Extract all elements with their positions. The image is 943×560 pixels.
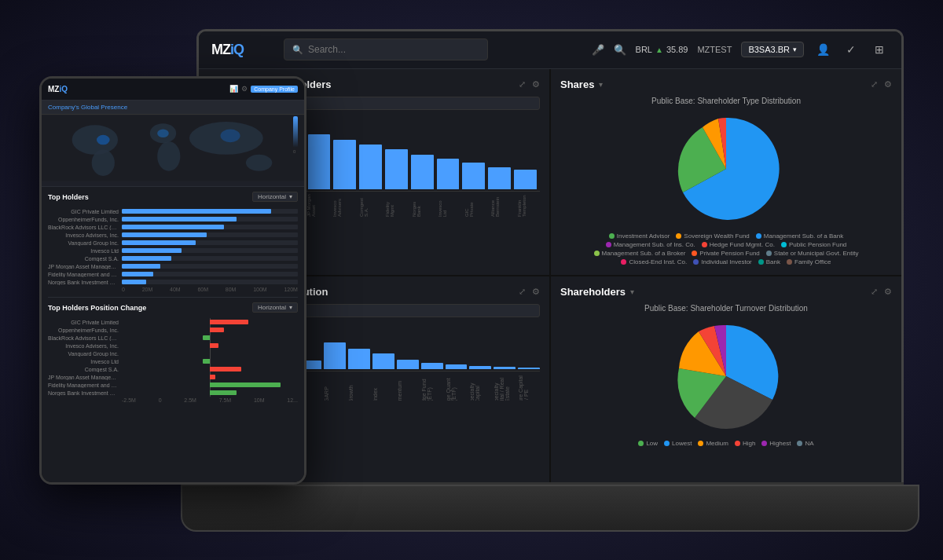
pos-bar-inv: Invesco Advisers, Inc. bbox=[48, 343, 298, 349]
tablet-position-dropdown[interactable]: Horizontal ▾ bbox=[252, 302, 298, 313]
bar-7 bbox=[385, 149, 408, 188]
legend-dot-mgmt-bank bbox=[756, 233, 761, 239]
shareholders-expand-icon[interactable]: ⤢ bbox=[871, 287, 878, 297]
x-label-12: Franklin Templeton bbox=[517, 193, 540, 217]
tablet-x-40: 40M bbox=[170, 287, 181, 292]
pos-label-br: BlackRock Advisors LLC (BG) bbox=[48, 335, 119, 341]
tablet-logo: MZiQ bbox=[48, 85, 68, 93]
tablet-holders-dropdown-label: Horizontal bbox=[258, 193, 286, 200]
pos-label-nor: Norges Bank Investment Managem. bbox=[48, 390, 119, 396]
shares-settings-icon[interactable]: ⚙ bbox=[884, 79, 892, 90]
h-label-comgest: Comgest S.A. bbox=[48, 256, 119, 262]
h-track-gic bbox=[122, 209, 298, 214]
legend-low: Low bbox=[638, 440, 658, 447]
pos-track-com bbox=[122, 367, 298, 372]
legend-high: High bbox=[735, 440, 755, 447]
pos-x-0: 0 bbox=[159, 397, 162, 403]
legend-dot-private-pension bbox=[692, 251, 697, 256]
legend-na: NA bbox=[797, 440, 813, 447]
h-bar-invesco: Invesco Advisers, Inc. bbox=[48, 232, 298, 238]
pos-track-invltd bbox=[122, 359, 298, 364]
h-bar-fidelity: Fidelity Management and Research... bbox=[48, 272, 298, 277]
legend-dot-na bbox=[797, 441, 802, 446]
style-bar-9 bbox=[421, 363, 443, 369]
pos-label-fid: Fidelity Management and Research... bbox=[48, 382, 119, 388]
profile-icon[interactable]: 👤 bbox=[813, 40, 832, 59]
settings-icon[interactable]: ⚙ bbox=[532, 79, 540, 90]
pos-track-fid bbox=[122, 382, 298, 387]
shares-panel: Shares ▾ ⤢ ⚙ Public Base: Shareholder Ty… bbox=[551, 69, 901, 275]
tablet-position-change-section: Top Holders Position Change Horizontal ▾… bbox=[48, 302, 298, 403]
h-fill-invesco bbox=[122, 232, 207, 237]
tablet-horiz-bars: GIC Private Limited OppenheimerFunds, In… bbox=[48, 209, 298, 285]
x-label-7: Fidelity Mgmt bbox=[385, 193, 409, 217]
map-title: Company's Global Presence bbox=[48, 104, 127, 111]
world-map-svg bbox=[42, 115, 304, 181]
tablet-icon-1[interactable]: 📊 bbox=[229, 85, 238, 93]
ticker-badge[interactable]: B3SA3.BR ▾ bbox=[741, 42, 804, 57]
h-bar-brock: BlackRock Advisors LLC (BG) bbox=[48, 225, 298, 230]
shares-expand-icon[interactable]: ⤢ bbox=[871, 79, 878, 90]
h-fill-brock bbox=[122, 225, 224, 229]
checkmark-icon[interactable]: ✓ bbox=[842, 40, 860, 59]
legend-dot-medium bbox=[698, 441, 703, 446]
legend-state: State or Municipal Govt. Entity bbox=[766, 250, 859, 257]
h-label-norges: Norges Bank Investment Managem. bbox=[48, 280, 119, 285]
pos-x-75: 7.5M bbox=[219, 397, 232, 403]
style-bar-11 bbox=[469, 366, 491, 369]
mztest-label: MZTEST bbox=[697, 45, 732, 54]
top-holders-controls: ⤢ ⚙ bbox=[519, 79, 540, 90]
search-nav-icon[interactable]: 🔍 bbox=[614, 44, 626, 56]
pos-bar-com: Comgest S.A. bbox=[48, 367, 298, 372]
h-bar-norges: Norges Bank Investment Managem. bbox=[48, 280, 298, 285]
pos-fill-gic bbox=[210, 320, 248, 324]
h-track-invescoltd bbox=[122, 248, 298, 253]
legend-label-private-pension: Private Pension Fund bbox=[699, 250, 760, 257]
pos-bar-fid: Fidelity Management and Research... bbox=[48, 382, 298, 388]
h-bar-gic: GIC Private Limited bbox=[48, 209, 298, 214]
tablet-holders-dropdown[interactable]: Horizontal ▾ bbox=[252, 192, 298, 202]
legend-label-highest: Highest bbox=[769, 440, 791, 447]
nav-right: 🎤 🔍 BRL ▲ 35.89 MZTEST B3SA3.BR ▾ 👤 bbox=[592, 40, 889, 59]
xlabel-hedge-etf: Hedge Fund (ETF) bbox=[421, 375, 443, 401]
pos-track-opp bbox=[122, 328, 298, 332]
mic-icon[interactable]: 🎤 bbox=[592, 44, 604, 56]
h-fill-comgest bbox=[122, 256, 171, 261]
h-bar-jpmorgan: JP Morgan Asset Management (UK) bbox=[48, 264, 298, 269]
h-fill-jpmorgan bbox=[122, 264, 160, 269]
tablet-x-20: 20M bbox=[142, 287, 153, 292]
pos-x-neg25: -2.5M bbox=[122, 397, 136, 403]
legend-dot-closed-end bbox=[621, 259, 626, 265]
tablet-holders-title: Top Holders bbox=[48, 193, 89, 201]
legend-public-pension: Public Pension Fund bbox=[781, 241, 846, 248]
search-icon: 🔍 bbox=[292, 45, 303, 55]
holder-style-controls: ⤢ ⚙ bbox=[519, 287, 540, 297]
shareholders-settings-icon[interactable]: ⚙ bbox=[884, 287, 892, 297]
grid-icon[interactable]: ⊞ bbox=[870, 40, 889, 59]
scale-bar bbox=[293, 116, 298, 148]
shares-pie-chart bbox=[667, 110, 785, 228]
scale-label: 0 bbox=[293, 149, 298, 154]
h-fill-fidelity bbox=[122, 272, 153, 276]
shares-controls: ⤢ ⚙ bbox=[871, 79, 892, 90]
tablet-icon-2[interactable]: ⚙ bbox=[241, 85, 248, 93]
shares-chevron[interactable]: ▾ bbox=[599, 80, 603, 89]
shares-title: Shares bbox=[560, 79, 594, 90]
bar-8 bbox=[411, 155, 434, 189]
shareholders-chevron[interactable]: ▾ bbox=[630, 287, 634, 296]
pos-bar-invltd: Invesco Ltd bbox=[48, 359, 298, 364]
holder-style-expand-icon[interactable]: ⤢ bbox=[519, 287, 526, 297]
shares-header: Shares ▾ ⤢ ⚙ bbox=[560, 79, 892, 90]
search-bar[interactable]: 🔍 bbox=[284, 38, 488, 60]
continent-af bbox=[157, 141, 180, 171]
expand-icon[interactable]: ⤢ bbox=[519, 79, 526, 90]
legend-label-investment-advisor: Investment Advisor bbox=[617, 232, 670, 240]
search-input[interactable] bbox=[308, 44, 479, 55]
tablet-position-dropdown-arrow: ▾ bbox=[289, 304, 292, 311]
h-label-vanguard: Vanguard Group Inc. bbox=[48, 240, 119, 246]
h-track-fidelity bbox=[122, 272, 298, 276]
holder-style-settings-icon[interactable]: ⚙ bbox=[532, 287, 540, 297]
tablet-position-title: Top Holders Position Change bbox=[48, 304, 146, 312]
pos-fill-jp bbox=[210, 375, 215, 379]
laptop-base bbox=[181, 485, 919, 532]
